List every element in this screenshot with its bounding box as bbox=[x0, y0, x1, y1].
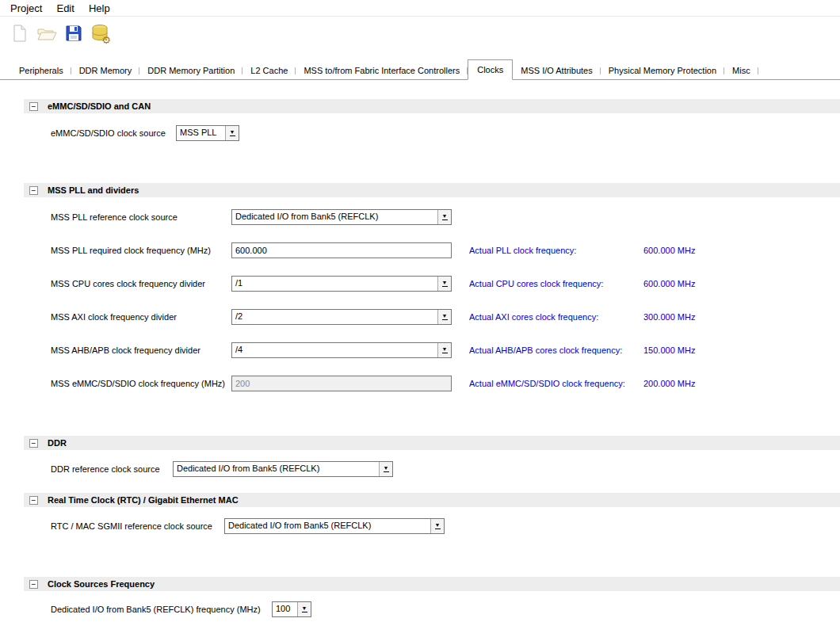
dropdown-arrow-icon[interactable]: ▼ bbox=[225, 126, 239, 140]
dropdown-arrow-icon[interactable]: ▼ bbox=[297, 602, 311, 616]
section-header-rtc: − Real Time Clock (RTC) / Gigabit Ethern… bbox=[24, 493, 840, 507]
collapse-icon[interactable]: − bbox=[29, 102, 38, 111]
dropdown-arrow-icon[interactable]: ▼ bbox=[437, 310, 451, 324]
actual-emmc-freq-value: 200.000 MHz bbox=[643, 379, 695, 388]
dropdown-arrow-icon[interactable]: ▼ bbox=[379, 462, 392, 476]
section-header-mss-pll: − MSS PLL and dividers bbox=[24, 183, 840, 197]
dropdown-value: 100 bbox=[273, 602, 297, 616]
dropdown-value: Dedicated I/O from Bank5 (REFCLK) bbox=[225, 519, 430, 533]
tab-ddr-memory-partition[interactable]: DDR Memory Partition bbox=[139, 63, 242, 79]
menu-edit[interactable]: Edit bbox=[49, 1, 81, 16]
field-label: MSS AHB/APB clock frequency divider bbox=[51, 345, 231, 355]
dropdown-value: /2 bbox=[232, 310, 437, 324]
section-title: MSS PLL and dividers bbox=[48, 185, 139, 195]
section-title: Clock Sources Frequency bbox=[48, 579, 155, 589]
collapse-icon[interactable]: − bbox=[29, 186, 38, 195]
field-label: MSS eMMC/SD/SDIO clock frequency (MHz) bbox=[51, 379, 231, 388]
rtc-ref-clock-dropdown[interactable]: Dedicated I/O from Bank5 (REFCLK) ▼ bbox=[224, 518, 445, 534]
dropdown-value: /4 bbox=[232, 343, 437, 357]
tab-physical-memory-protection[interactable]: Physical Memory Protection bbox=[601, 63, 724, 79]
dropdown-arrow-icon[interactable]: ▼ bbox=[437, 277, 451, 291]
gear-icon: ⚙ bbox=[101, 35, 111, 45]
dropdown-value: /1 bbox=[232, 277, 437, 291]
menu-help[interactable]: Help bbox=[82, 1, 117, 16]
refclk-frequency-dropdown[interactable]: 100 ▼ bbox=[272, 601, 311, 617]
section-title: Real Time Clock (RTC) / Gigabit Ethernet… bbox=[48, 495, 239, 505]
new-file-icon bbox=[10, 24, 29, 44]
save-icon bbox=[64, 24, 83, 44]
row-mss-pll-required-freq: MSS PLL required clock frequency (MHz) A… bbox=[51, 242, 840, 259]
emmc-clock-source-dropdown[interactable]: MSS PLL ▼ bbox=[176, 125, 239, 141]
field-label: MSS CPU cores clock frequency divider bbox=[51, 279, 231, 288]
save-project-button[interactable] bbox=[62, 22, 86, 46]
collapse-icon[interactable]: − bbox=[29, 580, 38, 589]
row-mss-pll-ref-clock: MSS PLL reference clock source Dedicated… bbox=[51, 208, 840, 226]
actual-pll-freq-label: Actual PLL clock frequency: bbox=[469, 246, 643, 255]
actual-pll-freq-value: 600.000 MHz bbox=[643, 246, 695, 255]
section-title: eMMC/SD/SDIO and CAN bbox=[48, 101, 151, 111]
new-project-button[interactable] bbox=[8, 22, 32, 46]
app-window: Project Edit Help bbox=[0, 0, 840, 618]
mss-cpu-divider-dropdown[interactable]: /1 ▼ bbox=[231, 276, 452, 292]
mss-emmc-freq-input bbox=[231, 376, 452, 391]
actual-axi-freq-value: 300.000 MHz bbox=[643, 312, 695, 322]
row-refclk-frequency: Dedicated I/O from Bank5 (REFCLK) freque… bbox=[51, 601, 840, 618]
tab-ddr-memory[interactable]: DDR Memory bbox=[71, 63, 140, 79]
generate-button[interactable]: ⚙ bbox=[89, 22, 113, 46]
actual-cpu-freq-value: 600.000 MHz bbox=[643, 279, 695, 288]
toolbar: ⚙ bbox=[0, 17, 840, 52]
tab-peripherals[interactable]: Peripherals bbox=[11, 63, 71, 79]
actual-ahb-freq-label: Actual AHB/APB cores clock frequency: bbox=[469, 345, 643, 355]
actual-axi-freq-label: Actual AXI cores clock frequency: bbox=[469, 312, 643, 322]
tab-misc[interactable]: Misc bbox=[724, 63, 758, 79]
dropdown-arrow-icon[interactable]: ▼ bbox=[430, 519, 444, 533]
row-mss-emmc-freq: MSS eMMC/SD/SDIO clock frequency (MHz) A… bbox=[51, 375, 840, 392]
field-label: RTC / MAC SGMII reference clock source bbox=[51, 521, 224, 531]
ddr-ref-clock-dropdown[interactable]: Dedicated I/O from Bank5 (REFCLK) ▼ bbox=[173, 461, 393, 477]
database-gear-icon: ⚙ bbox=[90, 23, 111, 45]
section-header-ddr: − DDR bbox=[24, 436, 840, 450]
row-ddr-ref-clock: DDR reference clock source Dedicated I/O… bbox=[51, 460, 840, 478]
dropdown-value: Dedicated I/O from Bank5 (REFCLK) bbox=[174, 462, 379, 476]
row-emmc-clock-source: eMMC/SD/SDIO clock source MSS PLL ▼ bbox=[51, 124, 840, 142]
mss-axi-divider-dropdown[interactable]: /2 ▼ bbox=[231, 309, 452, 325]
actual-ahb-freq-value: 150.000 MHz bbox=[643, 345, 695, 355]
collapse-icon[interactable]: − bbox=[29, 496, 38, 505]
field-label: MSS PLL reference clock source bbox=[51, 212, 231, 222]
mss-ahb-divider-dropdown[interactable]: /4 ▼ bbox=[231, 342, 452, 358]
row-rtc-ref-clock: RTC / MAC SGMII reference clock source D… bbox=[51, 517, 840, 535]
dropdown-arrow-icon[interactable]: ▼ bbox=[437, 210, 451, 224]
field-label: Dedicated I/O from Bank5 (REFCLK) freque… bbox=[51, 605, 272, 614]
collapse-icon[interactable]: − bbox=[29, 439, 38, 448]
tab-clocks[interactable]: Clocks bbox=[468, 59, 513, 80]
tab-l2-cache[interactable]: L2 Cache bbox=[242, 63, 296, 79]
menu-project[interactable]: Project bbox=[3, 1, 49, 16]
actual-cpu-freq-label: Actual CPU cores clock frequency: bbox=[469, 279, 643, 288]
row-mss-ahb-divider: MSS AHB/APB clock frequency divider /4 ▼… bbox=[51, 342, 840, 359]
tab-mss-io-attributes[interactable]: MSS I/O Attributes bbox=[513, 63, 600, 79]
open-project-button[interactable] bbox=[35, 22, 59, 46]
mss-pll-ref-clock-dropdown[interactable]: Dedicated I/O from Bank5 (REFCLK) ▼ bbox=[231, 209, 452, 225]
field-label: MSS PLL required clock frequency (MHz) bbox=[51, 246, 231, 255]
field-label: MSS AXI clock frequency divider bbox=[51, 312, 231, 322]
section-title: DDR bbox=[48, 438, 67, 448]
section-header-emmc: − eMMC/SD/SDIO and CAN bbox=[24, 99, 840, 113]
open-folder-icon bbox=[36, 24, 57, 44]
actual-emmc-freq-label: Actual eMMC/SD/SDIO clock frequency: bbox=[469, 379, 643, 388]
row-mss-axi-divider: MSS AXI clock frequency divider /2 ▼ Act… bbox=[51, 308, 840, 326]
dropdown-value: Dedicated I/O from Bank5 (REFCLK) bbox=[232, 210, 437, 224]
field-label: eMMC/SD/SDIO clock source bbox=[51, 128, 176, 138]
row-mss-cpu-divider: MSS CPU cores clock frequency divider /1… bbox=[51, 275, 840, 292]
tab-mss-fabric-interface-controllers[interactable]: MSS to/from Fabric Interface Controllers bbox=[296, 63, 468, 79]
menu-bar: Project Edit Help bbox=[0, 0, 840, 17]
field-label: DDR reference clock source bbox=[51, 464, 173, 474]
mss-pll-required-freq-input[interactable] bbox=[231, 242, 452, 258]
dropdown-arrow-icon[interactable]: ▼ bbox=[437, 343, 451, 357]
dropdown-value: MSS PLL bbox=[177, 126, 225, 140]
tab-bar: Peripherals DDR Memory DDR Memory Partit… bbox=[0, 59, 840, 80]
section-header-clock-sources: − Clock Sources Frequency bbox=[24, 577, 840, 591]
clocks-tab-content: − eMMC/SD/SDIO and CAN eMMC/SD/SDIO cloc… bbox=[0, 99, 840, 618]
